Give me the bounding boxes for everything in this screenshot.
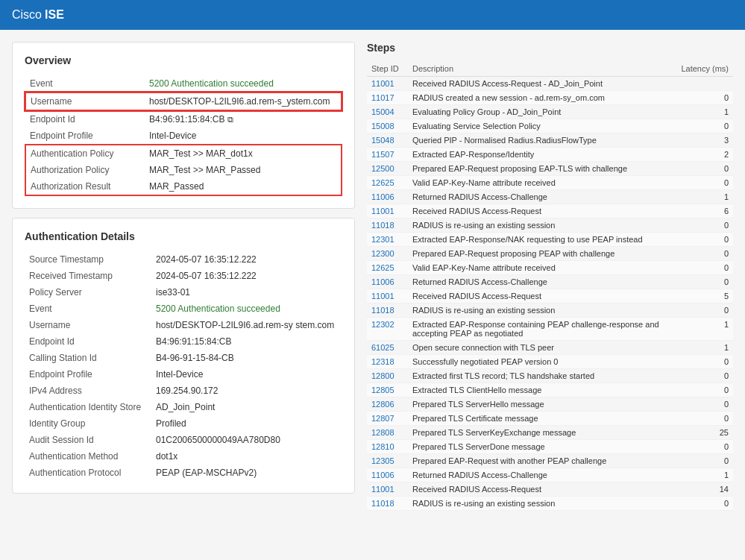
auth-row: Usernamehost/DESKTOP-L2IL9I6.ad.rem-sy s… (25, 317, 342, 333)
auth-row: Source Timestamp2024-05-07 16:35:12.222 (25, 251, 342, 268)
auth-row: Identity GroupProfiled (25, 415, 342, 432)
step-row: 12300Prepared EAP-Request proposing PEAP… (367, 247, 733, 261)
step-desc: Returned RADIUS Access-Challenge (408, 468, 673, 482)
step-row: 12301Extracted EAP-Response/NAK requesti… (367, 233, 733, 247)
auth-details-title: Authentication Details (25, 230, 342, 242)
step-latency: 2 (673, 148, 733, 162)
step-latency: 5 (673, 289, 733, 303)
step-row: 11018RADIUS is re-using an existing sess… (367, 303, 733, 318)
step-latency: 0 (673, 261, 733, 275)
step-desc: Successfully negotiated PEAP version 0 (408, 355, 673, 369)
auth-row: Authentication Identity StoreAD_Join_Poi… (25, 399, 342, 415)
step-id: 12800 (367, 369, 408, 383)
step-desc: Prepared EAP-Request proposing EAP-TLS w… (408, 162, 673, 176)
step-id: 11006 (367, 275, 408, 289)
step-id: 15008 (367, 119, 408, 133)
auth-label: Authentication Identity Store (25, 399, 151, 415)
step-latency: 0 (673, 440, 733, 454)
left-panel: Overview Event5200 Authentication succee… (12, 42, 355, 511)
overview-title: Overview (25, 54, 342, 66)
overview-row: Event5200 Authentication succeeded (25, 75, 342, 92)
step-row: 12500Prepared EAP-Request proposing EAP-… (367, 162, 733, 176)
overview-value: 5200 Authentication succeeded (145, 75, 342, 92)
auth-label: Received Timestamp (25, 268, 151, 284)
step-id: 15048 (367, 133, 408, 148)
step-desc: RADIUS is re-using an existing session (408, 497, 673, 511)
step-desc: Queried PIP - Normalised Radius.RadiusFl… (408, 133, 673, 148)
auth-value: Profiled (151, 415, 342, 432)
step-id: 11001 (367, 204, 408, 218)
auth-label: Calling Station Id (25, 350, 151, 366)
auth-label: Authentication Method (25, 448, 151, 465)
overview-row: Authorization ResultMAR_Passed (25, 178, 342, 195)
step-latency: 1 (673, 190, 733, 204)
steps-title: Steps (367, 42, 733, 54)
step-latency: 1 (673, 105, 733, 119)
auth-value: dot1x (151, 448, 342, 465)
step-desc: Prepared TLS ServerHello message (408, 397, 673, 412)
step-desc: Valid EAP-Key-Name attribute received (408, 176, 673, 190)
step-desc: Prepared TLS Certificate message (408, 412, 673, 426)
step-desc: Valid EAP-Key-Name attribute received (408, 261, 673, 275)
step-latency: 1 (673, 318, 733, 341)
auth-label: Endpoint Id (25, 333, 151, 350)
steps-table: Step ID Description Latency (ms) 11001Re… (367, 61, 733, 511)
step-row: 11001Received RADIUS Access-Request - AD… (367, 77, 733, 91)
step-row: 11001Received RADIUS Access-Request5 (367, 289, 733, 303)
overview-label: Authorization Policy (25, 162, 145, 178)
step-id: 15004 (367, 105, 408, 119)
step-id: 12806 (367, 397, 408, 412)
step-id: 12805 (367, 383, 408, 397)
auth-value: PEAP (EAP-MSCHAPv2) (151, 465, 342, 481)
steps-section: Steps Step ID Description Latency (ms) 1… (367, 42, 733, 511)
step-latency: 6 (673, 204, 733, 218)
step-latency (673, 77, 733, 91)
step-latency: 0 (673, 218, 733, 233)
auth-row: Authentication ProtocolPEAP (EAP-MSCHAPv… (25, 465, 342, 481)
overview-card: Overview Event5200 Authentication succee… (12, 42, 355, 209)
auth-value: B4-96-91-15-84-CB (151, 350, 342, 366)
step-desc: Extracted EAP-Response containing PEAP c… (408, 318, 673, 341)
step-row: 12805Extracted TLS ClientHello message0 (367, 383, 733, 397)
auth-row: Authentication Methoddot1x (25, 448, 342, 465)
auth-row: Policy Serverise33-01 (25, 284, 342, 301)
step-id: 12810 (367, 440, 408, 454)
step-latency: 0 (673, 454, 733, 468)
step-row: 12305Prepared EAP-Request with another P… (367, 454, 733, 468)
step-latency: 0 (673, 247, 733, 261)
step-row: 11006Returned RADIUS Access-Challenge0 (367, 275, 733, 289)
copy-icon[interactable]: ⧉ (227, 115, 233, 124)
step-id: 11018 (367, 218, 408, 233)
step-row: 12800Extracted first TLS record; TLS han… (367, 369, 733, 383)
step-id: 12301 (367, 233, 408, 247)
step-latency: 0 (673, 91, 733, 105)
step-latency: 0 (673, 369, 733, 383)
auth-label: Identity Group (25, 415, 151, 432)
step-row: 12806Prepared TLS ServerHello message0 (367, 397, 733, 412)
step-id: 11006 (367, 190, 408, 204)
auth-row: Event5200 Authentication succeeded (25, 301, 342, 317)
step-id: 11001 (367, 482, 408, 497)
step-id: 11017 (367, 91, 408, 105)
auth-value: 01C2006500000049AA780D80 (151, 432, 342, 448)
step-id: 12807 (367, 412, 408, 426)
auth-row: Audit Session Id01C2006500000049AA780D80 (25, 432, 342, 448)
step-desc: Received RADIUS Access-Request (408, 204, 673, 218)
step-row: 61025Open secure connection with TLS pee… (367, 341, 733, 355)
step-id: 11507 (367, 148, 408, 162)
overview-table: Event5200 Authentication succeededUserna… (25, 75, 342, 196)
step-latency: 0 (673, 162, 733, 176)
auth-label: Audit Session Id (25, 432, 151, 448)
event-link[interactable]: 5200 Authentication succeeded (149, 78, 274, 89)
step-row: 12318Successfully negotiated PEAP versio… (367, 355, 733, 369)
auth-value: Intel-Device (151, 366, 342, 383)
step-latency: 0 (673, 497, 733, 511)
step-id: 61025 (367, 341, 408, 355)
step-id: 11001 (367, 289, 408, 303)
step-row: 11018RADIUS is re-using an existing sess… (367, 497, 733, 511)
auth-label: Event (25, 301, 151, 317)
auth-event-link[interactable]: 5200 Authentication succeeded (156, 303, 280, 314)
step-id: 11001 (367, 77, 408, 91)
step-row: 11017RADIUS created a new session - ad.r… (367, 91, 733, 105)
step-id: 12808 (367, 426, 408, 440)
